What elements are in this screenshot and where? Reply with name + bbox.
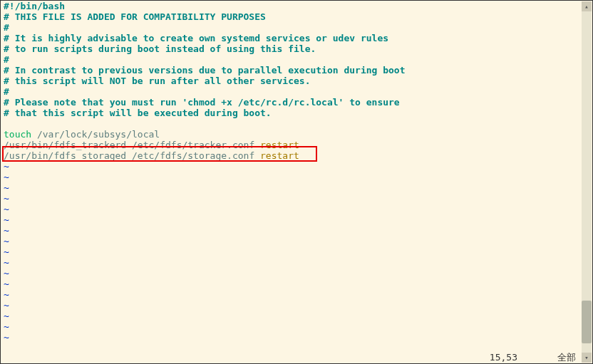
empty-line-tilde: ~ xyxy=(4,204,584,214)
terminal-editor-frame: #!/bin/bash# THIS FILE IS ADDED FOR COMP… xyxy=(0,0,593,364)
empty-line-tilde: ~ xyxy=(4,246,584,257)
empty-line-tilde: ~ xyxy=(4,182,584,193)
code-line: touch /var/lock/subsys/local xyxy=(4,129,584,140)
scroll-up-arrow-icon[interactable]: ▴ xyxy=(582,1,592,11)
empty-line-tilde: ~ xyxy=(4,236,584,246)
code-line: # In contrast to previous versions due t… xyxy=(4,65,584,76)
scrollbar-thumb[interactable] xyxy=(582,301,592,343)
code-line: # xyxy=(4,86,584,97)
code-line: # xyxy=(4,54,584,65)
file-content[interactable]: #!/bin/bash# THIS FILE IS ADDED FOR COMP… xyxy=(1,1,584,352)
empty-line-tilde: ~ xyxy=(4,279,584,289)
code-line: # xyxy=(4,22,584,33)
code-line: # Please note that you must run 'chmod +… xyxy=(4,97,584,108)
empty-line-tilde: ~ xyxy=(4,257,584,268)
empty-line-tilde: ~ xyxy=(4,214,584,225)
editor-viewport: #!/bin/bash# THIS FILE IS ADDED FOR COMP… xyxy=(1,1,592,363)
empty-line-tilde: ~ xyxy=(4,193,584,204)
code-line: # to run scripts during boot instead of … xyxy=(4,43,584,54)
empty-line-tilde: ~ xyxy=(4,311,584,321)
empty-line-tilde: ~ xyxy=(4,321,584,332)
code-line: # THIS FILE IS ADDED FOR COMPATIBILITY P… xyxy=(4,11,584,22)
empty-line-tilde: ~ xyxy=(4,172,584,182)
code-line: /usr/bin/fdfs_trackerd /etc/fdfs/tracker… xyxy=(4,140,584,150)
code-line: #!/bin/bash xyxy=(4,1,584,11)
code-line: # It is highly advisable to create own s… xyxy=(4,33,584,43)
code-line: /usr/bin/fdfs_storaged /etc/fdfs/storage… xyxy=(4,150,584,161)
empty-line-tilde: ~ xyxy=(4,161,584,172)
code-line: # that this script will be executed duri… xyxy=(4,108,584,118)
code-line xyxy=(4,118,584,129)
code-line: # this script will NOT be run after all … xyxy=(4,76,584,86)
cursor-position: 15,53 xyxy=(490,352,517,363)
empty-line-tilde: ~ xyxy=(4,332,584,343)
vertical-scrollbar[interactable]: ▴ ▾ xyxy=(582,1,592,363)
empty-line-tilde: ~ xyxy=(4,300,584,311)
empty-line-tilde: ~ xyxy=(4,225,584,236)
empty-line-tilde: ~ xyxy=(4,289,584,300)
empty-line-tilde: ~ xyxy=(4,268,584,279)
scroll-scope-label: 全部 xyxy=(557,352,576,363)
scroll-down-arrow-icon[interactable]: ▾ xyxy=(582,353,592,363)
vim-status-bar: 15,53 全部 xyxy=(1,352,582,363)
